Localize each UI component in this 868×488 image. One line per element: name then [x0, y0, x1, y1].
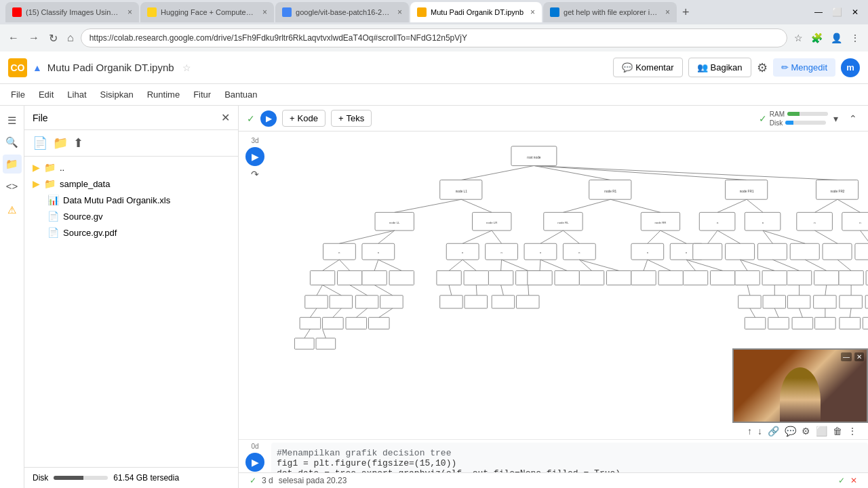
status-days: 3 d [262, 476, 273, 485]
svg-rect-154 [745, 317, 766, 329]
tab-close-youtube[interactable]: × [127, 7, 132, 17]
sidebar-close-button[interactable]: ✕ [221, 111, 230, 124]
colab-logo: CO [8, 58, 27, 77]
svg-line-31 [747, 199, 763, 212]
back-button[interactable]: ← [5, 29, 22, 47]
cell-expand-icon[interactable]: ↷ [251, 169, 259, 180]
forward-button[interactable]: → [26, 29, 42, 47]
svg-rect-66 [757, 243, 787, 260]
extension-button[interactable]: 🧩 [808, 30, 825, 46]
svg-line-89 [502, 260, 528, 270]
tab-close-vit[interactable]: × [397, 7, 402, 17]
svg-rect-34 [842, 212, 868, 230]
left-sidebar: ☰ 🔍 📁 <> ⚠ [0, 106, 24, 488]
sidebar-menu-icon[interactable]: ☰ [3, 111, 22, 130]
tab-help[interactable]: get help with file explorer in... × [543, 2, 677, 22]
code-cell-controls: 0d ▶ [239, 443, 271, 472]
add-code-button[interactable]: + Kode [282, 110, 326, 127]
menu-fitur[interactable]: Fitur [193, 87, 211, 102]
sidebar-item-parent[interactable]: ▶ 📁 .. [24, 159, 238, 176]
settings-cell-icon[interactable]: ⚙ [802, 426, 810, 436]
svg-rect-150 [346, 317, 367, 329]
star-button[interactable]: ☆ [182, 62, 191, 73]
svg-line-100 [644, 260, 648, 270]
menu-bantuan[interactable]: Bantuan [224, 87, 257, 102]
reload-button[interactable]: ↻ [46, 29, 60, 47]
svg-rect-99 [658, 270, 683, 285]
content-area: ☰ 🔍 📁 <> ⚠ File ✕ 📄 📁 ⬆ ▶ 📁 .. [0, 106, 868, 488]
svg-line-65 [717, 230, 740, 243]
code-icon[interactable]: <> [3, 176, 22, 195]
svg-line-76 [323, 260, 340, 270]
tab-close-colab[interactable]: × [530, 7, 535, 17]
menu-file[interactable]: File [11, 87, 25, 102]
menu-button[interactable]: ⋮ [848, 30, 863, 46]
tab-favicon-hf [147, 7, 157, 17]
upload-button[interactable]: ⬆ [73, 136, 83, 150]
run-cell-button[interactable]: ▶ [260, 110, 277, 127]
profile-button[interactable]: 👤 [828, 30, 845, 46]
svg-line-164 [850, 308, 851, 317]
edit-label: Mengedit [791, 62, 827, 73]
sidebar-item-xls[interactable]: 📊 Data Mutu Padi Organik.xls [24, 192, 238, 208]
move-down-icon[interactable]: ↓ [757, 426, 762, 436]
svg-line-92 [540, 260, 540, 270]
tab-youtube[interactable]: (15) Classify Images Using Py... × [5, 2, 139, 22]
status-bar: ✓ 3 d selesai pada 20.23 ✓ ✕ [239, 472, 868, 488]
comment-cell-icon[interactable]: 💬 [785, 426, 796, 436]
svg-rect-102 [683, 270, 707, 285]
bookmark-star-button[interactable]: ☆ [791, 30, 806, 46]
tab-close-hf[interactable]: × [262, 7, 267, 17]
sidebar-disk-status: Disk 61.54 GB tersedia [24, 467, 238, 488]
sidebar-item-sample-data[interactable]: ▶ 📁 sample_data [24, 176, 238, 192]
settings-icon[interactable]: ⚙ [757, 60, 768, 75]
search-icon[interactable]: 🔍 [3, 133, 22, 152]
webcam-close-icon[interactable]: ✕ [854, 352, 864, 361]
link-icon[interactable]: 🔗 [768, 426, 779, 436]
share-button[interactable]: 👥 Bagikan [688, 58, 751, 77]
menu-runtime[interactable]: Runtime [147, 87, 180, 102]
move-up-icon[interactable]: ↑ [747, 426, 752, 436]
tab-close-help[interactable]: × [665, 7, 670, 17]
menu-lihat[interactable]: Lihat [67, 87, 86, 102]
webcam-minimize-icon[interactable]: — [841, 352, 852, 361]
menu-edit[interactable]: Edit [39, 87, 54, 102]
menu-sisipkan[interactable]: Sisipkan [100, 87, 134, 102]
address-bar[interactable] [81, 28, 787, 47]
collapse-toolbar-icon[interactable]: ⌃ [846, 110, 860, 127]
file-sidebar: File ✕ 📄 📁 ⬆ ▶ 📁 .. ▶ 📁 sample_ [24, 106, 239, 488]
folder-icon[interactable]: 📁 [3, 155, 22, 174]
tab-favicon-help [550, 7, 559, 17]
user-avatar[interactable]: m [841, 58, 860, 77]
new-tab-button[interactable]: + [678, 5, 694, 20]
status-check-icon: ✓ [250, 476, 256, 485]
code-cell-content[interactable]: #Menampilkan grafik decision tree fig1 =… [271, 443, 868, 472]
tab-vit[interactable]: google/vit-base-patch16-224... × [275, 2, 409, 22]
run-tree-cell-button[interactable]: ▶ [245, 147, 264, 166]
chevron-down-icon[interactable]: ▾ [831, 110, 841, 127]
close-button[interactable]: ✕ [848, 5, 863, 20]
sidebar-item-gv[interactable]: 📄 Source.gv [24, 208, 238, 224]
delete-cell-icon[interactable]: 🗑 [833, 426, 842, 436]
ram-bar [787, 112, 828, 116]
comment-button[interactable]: 💬 Komentar [613, 58, 682, 77]
tab-colab-active[interactable]: Mutu Padi Organik DT.ipynb × [410, 2, 542, 22]
svg-text:n: n [462, 251, 463, 254]
run-code-cell-button[interactable]: ▶ [245, 453, 264, 472]
disk-bar-fill [785, 121, 793, 125]
sidebar-item-pdf[interactable]: 📄 Source.gv.pdf [24, 224, 238, 241]
edit-button[interactable]: ✏ Mengedit [773, 58, 835, 77]
gv-label: Source.gv [63, 211, 103, 222]
home-button[interactable]: ⌂ [64, 29, 77, 47]
tab-huggingface[interactable]: Hugging Face + Computer V... × [140, 2, 274, 22]
restore-button[interactable]: ⬜ [828, 5, 846, 20]
new-folder-button[interactable]: 📁 [53, 136, 68, 150]
svg-line-129 [476, 285, 477, 295]
mirror-icon[interactable]: ⬜ [816, 426, 827, 436]
svg-line-68 [763, 230, 772, 243]
new-file-button[interactable]: 📄 [33, 136, 47, 150]
minimize-button[interactable]: — [810, 5, 827, 20]
warning-icon[interactable]: ⚠ [3, 201, 22, 220]
add-text-button[interactable]: + Teks [331, 110, 372, 127]
more-options-icon[interactable]: ⋮ [848, 426, 857, 436]
